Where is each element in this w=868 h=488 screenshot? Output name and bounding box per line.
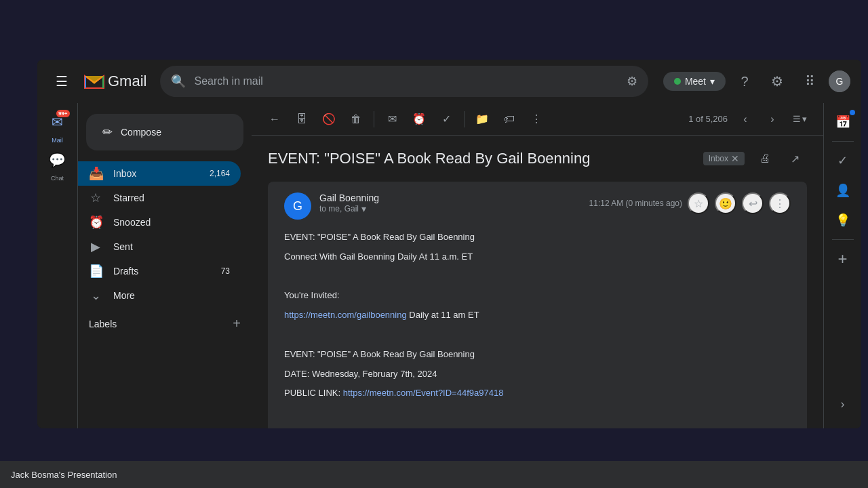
- snooze-icon: ⏰: [89, 215, 102, 230]
- apps-button[interactable]: ⠿: [796, 68, 823, 95]
- prev-email-button[interactable]: ‹: [733, 107, 757, 131]
- body-spacer-2: [284, 328, 791, 342]
- toolbar-divider-2: [464, 111, 465, 127]
- meetn-link-1[interactable]: https://meetn.com/gailboenning: [284, 310, 407, 320]
- settings-button[interactable]: ⚙: [764, 68, 791, 95]
- drafts-label: Drafts: [113, 266, 210, 277]
- starred-label: Starred: [113, 192, 230, 203]
- contacts-icon: 👤: [835, 183, 850, 198]
- report-spam-button[interactable]: 🚫: [317, 107, 341, 131]
- email-actions-top: 🖨 ↗: [753, 146, 807, 171]
- search-placeholder: Search in mail: [194, 75, 618, 87]
- sidebar-item-drafts[interactable]: 📄 Drafts 73: [78, 259, 241, 283]
- pagination-text: 1 of 5,206: [688, 114, 728, 124]
- mark-unread-icon: ✉: [388, 113, 397, 125]
- toolbar-divider-1: [374, 111, 374, 127]
- expand-side-panel-button[interactable]: ›: [829, 390, 856, 418]
- sidebar-item-inbox[interactable]: 📥 Inbox 2,164: [78, 161, 241, 186]
- inbox-tag-label: Inbox: [709, 154, 728, 163]
- left-strip-mail[interactable]: ✉ 99+ Mail: [44, 108, 71, 144]
- archive-icon: 🗄: [296, 113, 307, 125]
- inbox-tag-badge: Inbox ✕: [703, 152, 745, 165]
- keep-side-icon[interactable]: 💡: [829, 207, 856, 234]
- sent-label: Sent: [113, 241, 230, 252]
- search-filter-icon[interactable]: ⚙: [627, 74, 637, 89]
- menu-button[interactable]: ☰: [48, 68, 75, 95]
- email-subject-row: EVENT: "POISE" A Book Read By Gail Boenn…: [268, 146, 807, 171]
- search-bar[interactable]: 🔍 Search in mail ⚙: [160, 66, 648, 97]
- help-button[interactable]: ?: [731, 68, 758, 95]
- inbox-label: Inbox: [113, 168, 199, 179]
- more-email-actions-button[interactable]: ⋮: [769, 192, 791, 214]
- email-meta-right: 11:12 AM (0 minutes ago) ☆ 🙂 ↩: [589, 192, 791, 214]
- search-icon: 🔍: [171, 74, 186, 89]
- topbar-right: Meet ▾ ? ⚙ ⠿ G: [663, 68, 850, 95]
- labels-add-button[interactable]: +: [233, 316, 241, 331]
- svg-rect-1: [102, 76, 104, 88]
- avatar[interactable]: G: [829, 70, 850, 92]
- add-task-button[interactable]: ✓: [434, 107, 458, 131]
- body-event-3-title: EVENT: "POISE" A Book Read By Gail Boenn…: [284, 426, 791, 428]
- archive-button[interactable]: 🗄: [290, 107, 314, 131]
- labels-title: Labels: [89, 319, 117, 329]
- compose-label: Compose: [121, 127, 161, 138]
- chevron-right-icon: ›: [770, 113, 774, 125]
- meet-button[interactable]: Meet ▾: [663, 72, 726, 91]
- calendar-side-icon[interactable]: 📅: [829, 108, 856, 136]
- sender-avatar: G: [284, 192, 311, 220]
- sidebar-item-starred[interactable]: ☆ Starred: [78, 186, 241, 210]
- left-strip: ✉ 99+ Mail 💬 Chat: [37, 103, 78, 428]
- inbox-tag-remove-button[interactable]: ✕: [731, 153, 739, 164]
- mail-label: Mail: [52, 137, 63, 144]
- email-toolbar: ← 🗄 🚫 🗑 ✉ ⏰ ✓: [252, 103, 823, 136]
- mail-badge: 99+: [56, 110, 70, 117]
- body-spacer-3: [284, 406, 791, 420]
- reply-button[interactable]: ↩: [742, 192, 764, 214]
- spam-icon: 🚫: [322, 113, 336, 125]
- contacts-side-icon[interactable]: 👤: [829, 177, 856, 204]
- compose-button[interactable]: ✏ Compose: [86, 114, 243, 150]
- open-in-new-window-button[interactable]: ↗: [783, 146, 807, 171]
- body-spacer-1: [284, 270, 791, 284]
- sender-to-chevron-icon[interactable]: ▾: [361, 203, 366, 214]
- side-icon-divider: [832, 141, 854, 142]
- gmail-m-icon: [83, 70, 105, 92]
- inbox-badge-count: 2,164: [210, 169, 230, 178]
- delete-button[interactable]: 🗑: [344, 107, 368, 131]
- trash-icon: 🗑: [351, 113, 361, 125]
- chat-nav-icon: 💬: [44, 146, 71, 174]
- sidebar-item-more[interactable]: ⌄ More: [78, 283, 241, 308]
- pencil-icon: ✏: [102, 125, 113, 140]
- next-email-button[interactable]: ›: [760, 107, 785, 131]
- labels-section: Labels +: [78, 308, 252, 337]
- sidebar-item-snoozed[interactable]: ⏰ Snoozed: [78, 210, 241, 235]
- print-icon: 🖨: [760, 152, 770, 165]
- gmail-window: ☰ Gmail 🔍 Search in mail ⚙ Meet ▾: [37, 60, 861, 428]
- meet-label: Meet: [685, 76, 706, 87]
- more-label: More: [113, 290, 230, 301]
- add-side-app-button[interactable]: +: [829, 245, 856, 272]
- snooze-button[interactable]: ⏰: [407, 107, 431, 131]
- tasks-side-icon[interactable]: ✓: [829, 147, 856, 174]
- star-icon: ☆: [89, 190, 102, 205]
- back-button[interactable]: ←: [262, 107, 287, 131]
- sender-name: Gail Boenning: [319, 192, 589, 203]
- star-email-button[interactable]: ☆: [688, 192, 709, 214]
- mark-unread-button[interactable]: ✉: [380, 107, 404, 131]
- move-to-button[interactable]: 📁: [470, 107, 494, 131]
- event-link-1[interactable]: https://meetn.com/Event?ID=44f9a97418: [343, 388, 504, 398]
- hamburger-icon: ☰: [56, 73, 68, 89]
- folder-icon: 📁: [475, 113, 489, 125]
- snooze-toolbar-icon: ⏰: [412, 113, 426, 125]
- sidebar-item-sent[interactable]: ▶ Sent: [78, 235, 241, 259]
- task-icon: ✓: [442, 113, 451, 125]
- more-actions-button[interactable]: ⋮: [524, 107, 549, 131]
- labels-header: Labels +: [89, 316, 241, 331]
- more-dots-icon: ⋮: [531, 113, 542, 125]
- list-view-toggle[interactable]: ☰ ▾: [787, 111, 812, 127]
- print-button[interactable]: 🖨: [753, 146, 777, 171]
- emoji-react-button[interactable]: 🙂: [715, 192, 736, 214]
- left-strip-chat[interactable]: 💬 Chat: [44, 146, 71, 182]
- sender-to: to me, Gail ▾: [319, 203, 589, 214]
- labels-button[interactable]: 🏷: [497, 107, 521, 131]
